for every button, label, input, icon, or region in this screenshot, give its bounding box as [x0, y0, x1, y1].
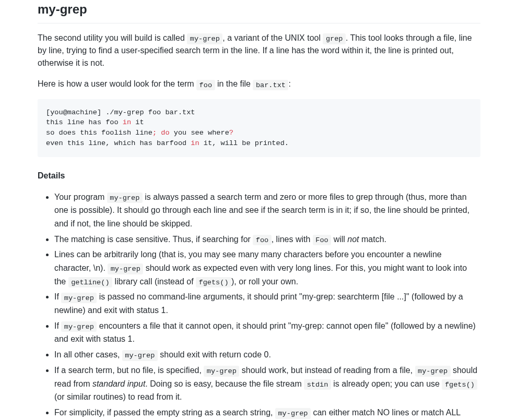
document-container: my-grep The second utility you will buil… [19, 0, 499, 420]
list-item: Your program my-grep is always passed a … [54, 190, 480, 231]
list-item: The matching is case sensitive. Thus, if… [54, 233, 480, 246]
text: match. [359, 235, 386, 244]
code-inline: bar.txt [253, 80, 288, 90]
list-item: Lines can be arbitrarily long (that is, … [54, 248, 480, 288]
text: , a variant of the UNIX tool [222, 33, 323, 42]
code-inline: fgets() [196, 277, 231, 287]
code-keyword: do [161, 129, 169, 137]
code-inline: Foo [313, 235, 331, 245]
text: is passed no command-line arguments, it … [54, 292, 463, 315]
code-line: [you@machine] ./my-grep foo bar.txt [46, 109, 195, 116]
code-inline: stdin [304, 379, 331, 390]
code-inline: my-grep [187, 33, 222, 44]
intro-paragraph-2: Here is how a user would look for the te… [38, 78, 480, 90]
code-keyword: in [191, 139, 199, 147]
emphasis: standard input [92, 379, 145, 388]
code-line-part: it [131, 118, 144, 126]
text: The second utility you will build is cal… [38, 33, 187, 42]
code-inline: fgets() [442, 379, 477, 390]
code-line-part: so does this foolish line [46, 129, 152, 137]
code-keyword: ; [152, 129, 157, 137]
code-inline: my-grep [108, 263, 143, 274]
text: , lines with [272, 235, 313, 244]
code-line-part: it, will be printed. [199, 139, 289, 147]
code-inline: getline() [68, 277, 112, 287]
code-line-part: this line has foo [46, 118, 123, 126]
code-keyword: ? [229, 129, 233, 137]
list-item: If a search term, but no file, is specif… [54, 364, 480, 404]
code-keyword: in [123, 118, 131, 126]
text: (or similar routines) to read from it. [54, 392, 182, 401]
code-inline: foo [253, 235, 271, 245]
code-inline: my-grep [61, 293, 97, 303]
text: Here is how a user would look for the te… [38, 79, 196, 88]
text: . Doing so is easy, because the file str… [145, 379, 304, 388]
text: If [54, 292, 61, 301]
list-item: In all other cases, my-grep should exit … [54, 348, 480, 362]
text: will [331, 235, 347, 244]
list-item: If my-grep encounters a file that it can… [54, 319, 480, 346]
code-inline: my-grep [415, 366, 451, 376]
text: library call (instead of [112, 277, 196, 286]
list-item: If my-grep is passed no command-line arg… [54, 290, 480, 317]
intro-paragraph-1: The second utility you will build is cal… [38, 32, 480, 69]
text: in the file [215, 79, 253, 88]
text: The matching is case sensitive. Thus, if… [54, 235, 253, 244]
code-inline: my-grep [275, 408, 311, 418]
text: If a search term, but no file, is specif… [54, 366, 204, 375]
text: For simplicity, if passed the empty stri… [54, 408, 275, 417]
code-inline: grep [323, 33, 346, 44]
code-block: [you@machine] ./my-grep foo bar.txt this… [38, 99, 480, 157]
text: encounters a file that it cannot open, i… [54, 321, 476, 344]
code-inline: my-grep [204, 366, 239, 376]
code-inline: my-grep [61, 321, 97, 332]
emphasis: not [347, 235, 359, 244]
code-inline: my-grep [122, 350, 158, 361]
text: If [54, 321, 61, 330]
text: ), or roll your own. [231, 277, 298, 286]
code-line-part: even this line, which has barfood [46, 139, 191, 147]
code-inline: my-grep [107, 193, 143, 203]
text: In all other cases, [54, 350, 122, 359]
list-item: For simplicity, if passed the empty stri… [54, 406, 480, 420]
section-title: my-grep [38, 0, 480, 23]
text: is already open; you can use [331, 379, 442, 388]
code-inline: foo [196, 80, 215, 90]
details-heading: Details [38, 170, 480, 182]
text: should exit with return code 0. [158, 350, 271, 359]
details-list: Your program my-grep is always passed a … [38, 190, 480, 420]
text: Your program [54, 193, 107, 201]
text: should work, but instead of reading from… [239, 366, 415, 375]
text: : [288, 79, 290, 88]
code-line-part: you see where [170, 129, 229, 137]
